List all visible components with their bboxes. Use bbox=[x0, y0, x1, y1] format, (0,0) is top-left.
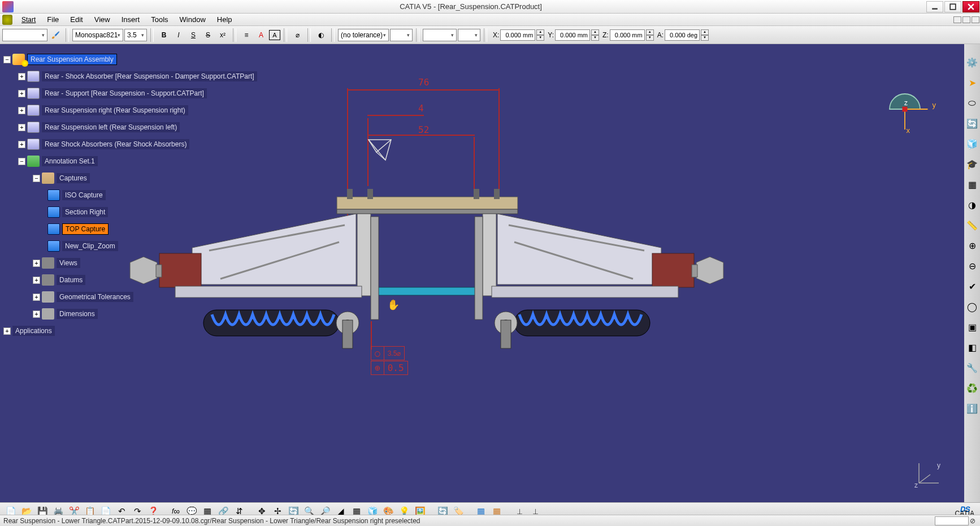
tree-datums-folder[interactable]: Datums bbox=[57, 275, 85, 285]
arrow-cursor-icon[interactable]: ➤ bbox=[965, 74, 979, 91]
wrench-icon[interactable]: 🔧 bbox=[965, 359, 979, 376]
expander-icon[interactable]: + bbox=[3, 327, 11, 335]
expander-icon[interactable]: + bbox=[18, 141, 25, 148]
tree-capture-node-selected[interactable]: TOP Capture bbox=[62, 223, 109, 235]
navigation-compass[interactable] bbox=[879, 84, 930, 135]
tree-node[interactable]: Rear - Support [Rear Suspension - Suppor… bbox=[42, 88, 207, 98]
menu-tools[interactable]: Tools bbox=[145, 14, 174, 25]
menu-window[interactable]: Window bbox=[174, 14, 211, 25]
tree-annotation-set[interactable]: Annotation Set.1 bbox=[42, 156, 98, 166]
cube-icon[interactable]: 🧊 bbox=[965, 135, 979, 152]
feature-control-frame[interactable]: ○ 3.5⌀ bbox=[371, 346, 405, 360]
check-icon[interactable]: ✔ bbox=[965, 278, 979, 295]
expander-icon[interactable]: + bbox=[18, 73, 25, 80]
align-button[interactable]: ≡ bbox=[240, 28, 253, 42]
tree-views-folder[interactable]: Views bbox=[57, 258, 80, 268]
expander-icon[interactable]: + bbox=[33, 277, 40, 284]
tree-capture-node[interactable]: New_Clip_Zoom bbox=[62, 241, 118, 251]
measure-icon[interactable]: 📏 bbox=[965, 217, 979, 234]
axis-triad[interactable]: y z bbox=[913, 460, 942, 489]
dimension-value[interactable]: 52 bbox=[418, 124, 429, 135]
menu-edit[interactable]: Edit bbox=[64, 14, 88, 25]
tree-node[interactable]: Rear Suspension right (Rear Suspension r… bbox=[42, 105, 188, 115]
text-frame-button[interactable]: A bbox=[269, 30, 280, 40]
font-color-button[interactable]: A bbox=[254, 28, 268, 42]
expander-icon[interactable]: − bbox=[33, 175, 40, 182]
insert-symbol-button[interactable]: ⌀ bbox=[290, 28, 304, 42]
maximize-button[interactable] bbox=[944, 1, 961, 12]
italic-button[interactable]: I bbox=[172, 28, 185, 42]
box-tool-icon[interactable]: ◧ bbox=[965, 339, 979, 356]
menu-start[interactable]: Start bbox=[16, 14, 41, 25]
tree-capture-node[interactable]: Section Right bbox=[62, 207, 108, 217]
info-icon[interactable]: ℹ️ bbox=[965, 400, 979, 417]
tree-captures-folder[interactable]: Captures bbox=[57, 173, 90, 183]
z-spinner[interactable]: ▲▼ bbox=[646, 29, 654, 41]
gear-icon[interactable]: ⚙️ bbox=[965, 54, 979, 71]
plus-icon[interactable]: ⊕ bbox=[965, 237, 979, 254]
tree-applications-node[interactable]: Applications bbox=[12, 326, 55, 336]
bold-button[interactable]: B bbox=[157, 28, 171, 42]
grid-icon[interactable]: ▦ bbox=[965, 176, 979, 193]
underline-button[interactable]: S bbox=[187, 28, 200, 42]
3d-viewport[interactable]: −Rear Suspension Assembly +Rear - Shock … bbox=[0, 44, 964, 508]
select-geometry-icon[interactable]: ⬭ bbox=[965, 94, 979, 111]
minimize-button[interactable] bbox=[926, 1, 943, 12]
refresh-icon[interactable]: ♻️ bbox=[965, 380, 979, 396]
weld-symbol-button[interactable]: ◐ bbox=[314, 28, 328, 42]
dim-style1-dropdown[interactable] bbox=[423, 29, 457, 41]
x-spinner[interactable]: ▲▼ bbox=[536, 29, 544, 41]
z-field[interactable] bbox=[610, 29, 645, 41]
minus-icon[interactable]: ⊖ bbox=[965, 257, 979, 274]
university-icon[interactable]: 🎓 bbox=[965, 156, 979, 173]
dim-style2-dropdown[interactable] bbox=[458, 29, 480, 41]
menu-insert[interactable]: Insert bbox=[116, 14, 146, 25]
menu-view[interactable]: View bbox=[89, 14, 116, 25]
close-button[interactable] bbox=[962, 1, 979, 12]
expander-icon[interactable]: − bbox=[18, 158, 25, 165]
expander-icon[interactable]: + bbox=[33, 311, 40, 318]
rotate-view-icon[interactable]: 🔄 bbox=[965, 115, 979, 132]
tree-node[interactable]: Rear Suspension left (Rear Suspension le… bbox=[42, 122, 180, 132]
tree-gtol-folder[interactable]: Geometrical Tolerances bbox=[57, 292, 133, 302]
tree-root-node[interactable]: Rear Suspension Assembly bbox=[27, 54, 117, 65]
status-close-icon[interactable]: ⊘ bbox=[969, 517, 977, 525]
status-field[interactable] bbox=[935, 516, 969, 525]
a-label: A: bbox=[657, 31, 664, 39]
brush-icon[interactable]: 🖌️ bbox=[49, 28, 62, 42]
strikethrough-button[interactable]: S bbox=[201, 28, 215, 42]
x-field[interactable] bbox=[500, 29, 535, 41]
dimension-value[interactable]: 4 bbox=[418, 103, 424, 114]
feature-control-frame[interactable]: ⊕ 0.5 bbox=[371, 361, 408, 375]
a-field[interactable] bbox=[665, 29, 700, 41]
font-name-dropdown[interactable]: Monospac821 bbox=[72, 29, 123, 41]
shade-icon[interactable]: ◑ bbox=[965, 196, 979, 213]
expander-icon[interactable]: + bbox=[33, 260, 40, 267]
expander-icon[interactable]: + bbox=[18, 90, 25, 97]
menu-file[interactable]: File bbox=[41, 14, 64, 25]
style-dropdown[interactable] bbox=[2, 29, 47, 41]
menu-help[interactable]: Help bbox=[211, 14, 238, 25]
tol-upper-dropdown[interactable] bbox=[390, 29, 413, 41]
doc-close-button[interactable] bbox=[972, 16, 979, 23]
tree-dimensions-folder[interactable]: Dimensions bbox=[57, 309, 98, 319]
expander-icon[interactable]: + bbox=[18, 124, 25, 131]
tolerance-dropdown[interactable]: (no tolerance) bbox=[338, 29, 389, 41]
clip-plane-icon[interactable]: ▣ bbox=[965, 318, 979, 335]
dimension-value[interactable]: 76 bbox=[418, 77, 429, 88]
expander-icon[interactable]: − bbox=[3, 56, 11, 63]
tree-node[interactable]: Rear Shock Absorbers (Rear Shock Absorbe… bbox=[42, 139, 189, 149]
suspension-assembly-model[interactable] bbox=[124, 186, 729, 378]
tree-capture-node[interactable]: ISO Capture bbox=[62, 190, 106, 200]
doc-restore-button[interactable] bbox=[962, 16, 970, 23]
y-spinner[interactable]: ▲▼ bbox=[591, 29, 599, 41]
a-spinner[interactable]: ▲▼ bbox=[701, 29, 709, 41]
y-field[interactable] bbox=[555, 29, 590, 41]
expander-icon[interactable]: + bbox=[33, 294, 40, 301]
font-size-dropdown[interactable]: 3.5 bbox=[124, 29, 147, 41]
expander-icon[interactable]: + bbox=[18, 107, 25, 114]
superscript-button[interactable]: x² bbox=[216, 28, 229, 42]
doc-minimize-button[interactable] bbox=[953, 16, 961, 23]
circle-tool-icon[interactable]: ◯ bbox=[965, 298, 979, 315]
tree-node[interactable]: Rear - Shock Absorber [Rear Suspension -… bbox=[42, 71, 257, 81]
